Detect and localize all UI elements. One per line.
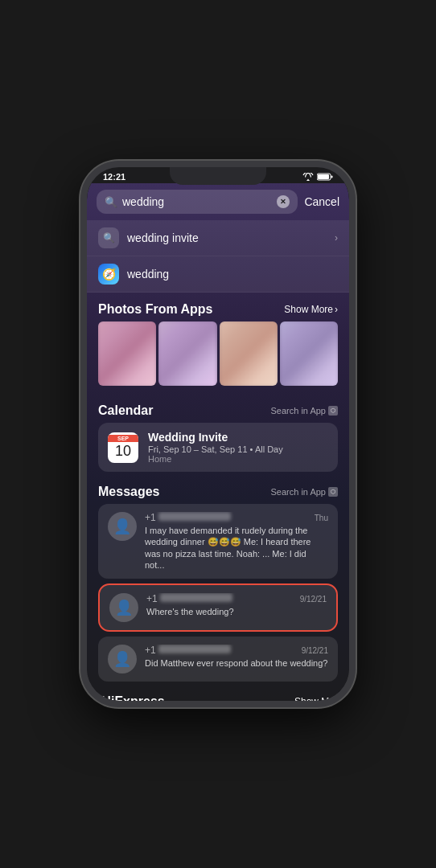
suggestion-wedding-invite[interactable]: 🔍 wedding invite › — [87, 220, 349, 256]
msg-header-3: +1 9/12/21 — [145, 645, 328, 656]
msg-sender-3: +1 — [145, 645, 231, 656]
aliexpress-title: AliExpress — [98, 694, 165, 701]
notch — [170, 167, 266, 185]
status-icons — [302, 173, 333, 181]
suggestion-text-2: wedding — [127, 268, 338, 280]
wifi-icon — [302, 173, 314, 181]
sender-blur-1 — [158, 512, 231, 521]
msg-content-3: +1 9/12/21 Did Matthew ever respond abou… — [145, 645, 328, 669]
msg-preview-3: Did Matthew ever respond about the weddi… — [145, 657, 328, 669]
msg-time-3: 9/12/21 — [302, 646, 328, 655]
messages-title: Messages — [98, 485, 160, 499]
msg-sender-2: +1 — [146, 593, 232, 604]
battery-icon — [317, 173, 333, 181]
avatar-3: 👤 — [108, 645, 137, 674]
aliexpress-show-more[interactable]: Show Mor — [294, 696, 338, 701]
photo-thumb-4[interactable] — [280, 321, 338, 386]
search-bar[interactable]: 🔍 wedding ✕ — [97, 190, 298, 214]
clear-search-button[interactable]: ✕ — [277, 195, 290, 208]
photos-show-more[interactable]: Show More › — [284, 304, 338, 315]
calendar-event-title: Wedding Invite — [148, 431, 328, 444]
calendar-icon: SEP 10 — [108, 432, 138, 463]
msg-preview-1: I may have demanded it rudely during the… — [145, 525, 328, 571]
cancel-button[interactable]: Cancel — [304, 195, 339, 208]
calendar-event-location: Home — [148, 454, 328, 464]
message-row-3[interactable]: 👤 +1 9/12/21 Did Matthew ever respond ab… — [98, 637, 338, 682]
svg-rect-2 — [318, 174, 329, 179]
person-icon-2: 👤 — [115, 599, 133, 616]
msg-preview-2: Where's the wedding? — [146, 606, 327, 617]
suggestion-arrow-1: › — [335, 232, 338, 244]
search-content: 🔍 wedding ✕ Cancel 🔍 wedding invite › 🧭 … — [87, 183, 349, 701]
aliexpress-section: AliExpress Show Mor — [87, 686, 349, 701]
avatar-2: 👤 — [109, 593, 138, 622]
calendar-title: Calendar — [98, 403, 153, 418]
photo-thumb-3[interactable] — [220, 321, 278, 386]
msg-content-2: +1 9/12/21 Where's the wedding? — [146, 593, 327, 617]
calendar-day: 10 — [115, 442, 131, 460]
msg-header-1: +1 Thu — [145, 512, 328, 523]
avatar-1: 👤 — [108, 512, 137, 541]
messages-search-in-app[interactable]: Search in App ⬡ — [271, 487, 339, 497]
calendar-search-in-app[interactable]: Search in App ⬡ — [271, 406, 339, 416]
message-row-1[interactable]: 👤 +1 Thu I may have demanded it rudely d… — [98, 504, 338, 579]
external-link-icon: ⬡ — [328, 406, 338, 416]
suggestion-text-1: wedding invite — [127, 231, 327, 244]
msg-sender-1: +1 — [145, 512, 231, 523]
sender-blur-3 — [158, 645, 231, 653]
calendar-month: SEP — [108, 435, 138, 442]
msg-header-2: +1 9/12/21 — [146, 593, 327, 604]
photo-thumb-1[interactable] — [98, 321, 156, 386]
suggestion-wedding[interactable]: 🧭 wedding — [87, 256, 349, 293]
status-time: 12:21 — [103, 172, 125, 182]
photo-thumb-2[interactable] — [158, 321, 216, 386]
safari-suggestion-icon: 🧭 — [98, 264, 119, 285]
msg-content-1: +1 Thu I may have demanded it rudely dur… — [145, 512, 328, 571]
phone-frame: 12:21 🔍 — [80, 161, 356, 707]
messages-external-link-icon: ⬡ — [328, 487, 338, 497]
photos-section-header: Photos From Apps Show More › — [87, 293, 349, 321]
msg-time-2: 9/12/21 — [300, 595, 327, 604]
photos-title: Photos From Apps — [98, 302, 213, 317]
msg-time-1: Thu — [315, 514, 328, 522]
calendar-event-info: Wedding Invite Fri, Sep 10 – Sat, Sep 11… — [148, 431, 328, 464]
svg-rect-1 — [331, 176, 333, 178]
calendar-event-date: Fri, Sep 10 – Sat, Sep 11 • All Day — [148, 444, 328, 454]
search-bar-container: 🔍 wedding ✕ Cancel — [87, 183, 349, 220]
search-magnifier-icon: 🔍 — [105, 196, 117, 208]
message-row-2-highlighted[interactable]: 👤 +1 9/12/21 Where's the wedding? — [98, 583, 338, 632]
photos-grid — [87, 321, 349, 394]
calendar-event-card[interactable]: SEP 10 Wedding Invite Fri, Sep 10 – Sat,… — [98, 423, 338, 472]
messages-section-header: Messages Search in App ⬡ — [87, 475, 349, 504]
calendar-section-header: Calendar Search in App ⬡ — [87, 394, 349, 423]
person-icon-1: 👤 — [113, 518, 131, 535]
search-query: wedding — [122, 195, 272, 208]
phone-screen: 12:21 🔍 — [87, 167, 349, 701]
sender-blur-2 — [160, 593, 232, 602]
person-icon-3: 👤 — [113, 650, 131, 668]
search-suggestion-icon: 🔍 — [98, 227, 119, 248]
